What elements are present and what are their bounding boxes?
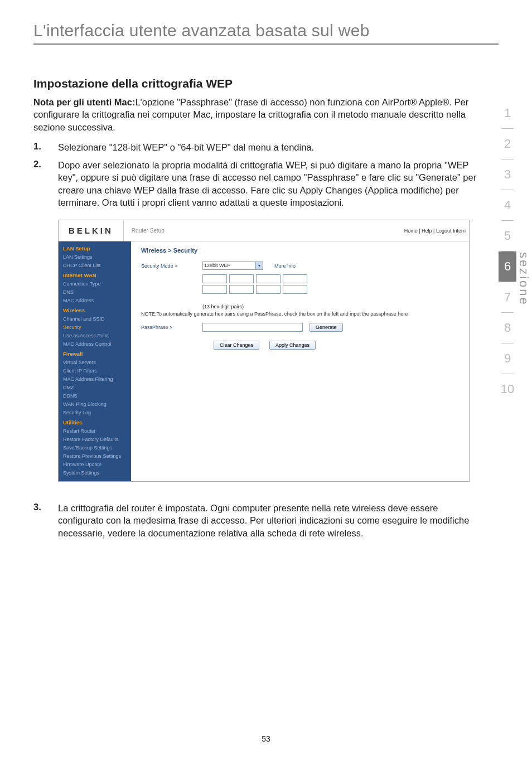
sidebar-heading: LAN Setup: [63, 245, 128, 253]
sidebar-item[interactable]: DHCP Client List: [63, 262, 128, 269]
section-tab[interactable]: 3: [499, 159, 516, 190]
router-breadcrumb: Wireless > Security: [141, 247, 461, 254]
header-divider: [33, 43, 499, 45]
sidebar-item[interactable]: System Settings: [63, 469, 128, 477]
passphrase-note: NOTE:To automatically generate hex pairs…: [141, 311, 461, 317]
passphrase-input[interactable]: [202, 323, 303, 332]
wep-key-input[interactable]: [229, 274, 254, 283]
wep-key-input[interactable]: [256, 285, 280, 294]
wep-key-inputs-row1: [202, 274, 461, 283]
sidebar-item[interactable]: Connection Type: [63, 280, 128, 288]
sidebar-item[interactable]: Restore Previous Settings: [63, 453, 128, 460]
sidebar-item[interactable]: Firmware Update: [63, 461, 128, 468]
router-sidebar: LAN SetupLAN SettingsDHCP Client ListInt…: [59, 241, 131, 481]
step-number: 3.: [33, 502, 58, 512]
router-main: Wireless > Security Security Mode > 128b…: [131, 241, 469, 481]
router-logo: BELKIN: [59, 220, 124, 241]
page-number: 53: [0, 734, 532, 743]
sidebar-item[interactable]: Restart Router: [63, 428, 128, 435]
sidebar-heading: Firewall: [63, 350, 128, 358]
router-header-text: Router Setup: [124, 227, 404, 234]
wep-key-input[interactable]: [202, 274, 227, 283]
wep-key-input[interactable]: [283, 274, 307, 283]
chevron-down-icon[interactable]: ▾: [256, 262, 263, 270]
wep-key-input[interactable]: [229, 285, 254, 294]
step-text: Dopo aver selezionato la propria modalit…: [58, 159, 482, 209]
sezione-label: sezione: [516, 252, 531, 306]
wep-key-input[interactable]: [202, 285, 227, 294]
step-text: La crittografia del router è impostata. …: [58, 502, 482, 539]
section-tab[interactable]: 6: [499, 251, 516, 282]
wep-key-input[interactable]: [256, 274, 280, 283]
step-row: 2. Dopo aver selezionato la propria moda…: [33, 159, 482, 209]
step-number: 1.: [33, 141, 58, 152]
router-header: BELKIN Router Setup Home | Help | Logout…: [59, 220, 469, 241]
generate-button[interactable]: Generate: [309, 323, 343, 332]
security-mode-select[interactable]: 128bit WEP: [202, 262, 256, 270]
sidebar-item[interactable]: Virtual Servers: [63, 359, 128, 366]
sidebar-item[interactable]: MAC Address Control: [63, 341, 128, 348]
intro-bold: Nota per gli utenti Mac:: [33, 97, 135, 107]
more-info-link[interactable]: More Info: [274, 263, 296, 269]
sidebar-heading: Utilities: [63, 419, 128, 427]
section-tabs: 12345678910: [499, 98, 516, 404]
step-number: 2.: [33, 159, 58, 170]
page-title: L'interfaccia utente avanzata basata sul…: [33, 21, 499, 40]
section-tab[interactable]: 10: [499, 374, 516, 404]
sidebar-heading: Wireless: [63, 307, 128, 314]
section-tab[interactable]: 7: [499, 282, 516, 312]
step-row: 3. La crittografia del router è impostat…: [33, 502, 482, 539]
sidebar-item[interactable]: Channel and SSID: [63, 316, 128, 323]
sidebar-item[interactable]: WAN Ping Blocking: [63, 401, 128, 408]
section-tab[interactable]: 2: [499, 129, 516, 159]
step-row: 1. Selezionare "128-bit WEP" o "64-bit W…: [33, 141, 482, 153]
intro-paragraph: Nota per gli utenti Mac:L'opzione "Passp…: [33, 96, 482, 133]
section-heading: Impostazione della crittografia WEP: [33, 77, 482, 90]
sidebar-item[interactable]: DNS: [63, 289, 128, 296]
sidebar-item[interactable]: Use as Access Point: [63, 332, 128, 340]
sidebar-item[interactable]: Client IP Filters: [63, 367, 128, 375]
sidebar-heading: Internet WAN: [63, 272, 128, 279]
section-tab[interactable]: 8: [499, 313, 516, 343]
section-tab[interactable]: 9: [499, 343, 516, 374]
sidebar-item[interactable]: DDNS: [63, 393, 128, 400]
sidebar-item[interactable]: MAC Address: [63, 297, 128, 304]
section-tab[interactable]: 1: [499, 98, 516, 128]
hex-note: (13 hex digit pairs): [202, 304, 461, 309]
sidebar-item[interactable]: DMZ: [63, 384, 128, 391]
sidebar-item[interactable]: LAN Settings: [63, 254, 128, 261]
wep-key-input[interactable]: [283, 285, 307, 294]
apply-changes-button[interactable]: Apply Changes: [269, 341, 316, 350]
sidebar-item[interactable]: MAC Address Filtering: [63, 376, 128, 383]
wep-key-inputs-row2: [202, 285, 461, 294]
sidebar-item[interactable]: Restore Factory Defaults: [63, 436, 128, 443]
router-screenshot: BELKIN Router Setup Home | Help | Logout…: [58, 220, 470, 482]
clear-changes-button[interactable]: Clear Changes: [214, 341, 259, 350]
sidebar-item[interactable]: Save/Backup Settings: [63, 444, 128, 452]
router-header-links[interactable]: Home | Help | Logout Intern: [404, 228, 469, 234]
section-tab[interactable]: 5: [499, 221, 516, 251]
section-tab[interactable]: 4: [499, 190, 516, 220]
sidebar-item[interactable]: Security: [63, 324, 128, 331]
passphrase-label: PassPhrase >: [141, 325, 202, 330]
sidebar-item[interactable]: Security Log: [63, 409, 128, 417]
step-text: Selezionare "128-bit WEP" o "64-bit WEP"…: [58, 141, 314, 153]
security-mode-label: Security Mode >: [141, 263, 202, 269]
